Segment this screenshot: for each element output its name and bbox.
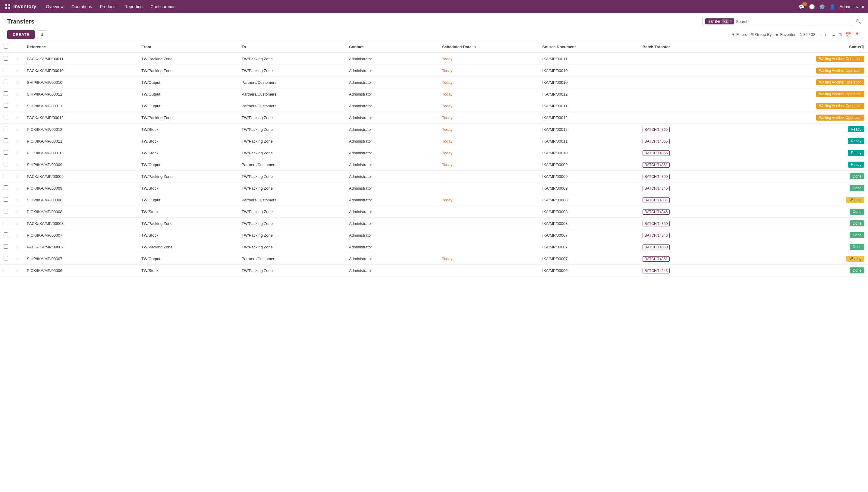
nav-reporting[interactable]: Reporting	[121, 2, 147, 11]
star-button[interactable]: ☆	[16, 221, 20, 226]
row-star-cell[interactable]: ☆	[12, 182, 23, 194]
star-button[interactable]: ☆	[16, 245, 20, 250]
batch-link[interactable]: BATCH/14361	[643, 197, 670, 203]
star-button[interactable]: ☆	[16, 103, 20, 108]
map-view-icon[interactable]: 📍	[853, 32, 861, 38]
batch-link[interactable]: BATCH/14361	[643, 162, 670, 168]
row-check-cell[interactable]	[0, 53, 12, 65]
row-check-cell[interactable]	[0, 253, 12, 265]
batch-link[interactable]: BATCH/14365	[643, 127, 670, 132]
row-batch[interactable]: BATCH/14361	[639, 194, 725, 206]
star-button[interactable]: ☆	[16, 139, 20, 144]
messages-icon[interactable]: 💬 3	[799, 4, 805, 10]
row-check-cell[interactable]	[0, 100, 12, 112]
row-star-cell[interactable]: ☆	[12, 229, 23, 241]
row-batch[interactable]	[639, 100, 725, 112]
star-button[interactable]: ☆	[16, 68, 20, 73]
col-header-contact[interactable]: Contact	[346, 41, 438, 53]
row-star-cell[interactable]: ☆	[12, 77, 23, 88]
row-checkbox[interactable]	[4, 197, 8, 202]
row-batch[interactable]	[639, 77, 725, 88]
settings-icon[interactable]: ⚙️	[819, 4, 825, 10]
row-batch[interactable]: BATCH/14361	[639, 253, 725, 265]
apps-menu-button[interactable]	[4, 2, 12, 11]
row-checkbox[interactable]	[4, 256, 8, 261]
star-button[interactable]: ☆	[16, 150, 20, 155]
row-reference[interactable]: PICK/IKA/MP/00011	[23, 136, 138, 147]
row-batch[interactable]: BATCH/14361	[639, 159, 725, 171]
row-checkbox[interactable]	[4, 268, 8, 272]
star-button[interactable]: ☆	[16, 115, 20, 120]
batch-link[interactable]: BATCH/14346	[643, 233, 670, 238]
batch-link[interactable]: BATCH/14243	[643, 268, 670, 273]
col-header-reference[interactable]: Reference	[23, 41, 138, 53]
row-check-cell[interactable]	[0, 77, 12, 88]
row-batch[interactable]: BATCH/14346	[639, 206, 725, 218]
row-star-cell[interactable]: ☆	[12, 65, 23, 77]
row-star-cell[interactable]: ☆	[12, 253, 23, 265]
user-switch-icon[interactable]: 👤	[829, 4, 836, 10]
batch-link[interactable]: BATCH/14346	[643, 209, 670, 215]
row-reference[interactable]: PACK/IKA/MP/00010	[23, 65, 138, 77]
star-button[interactable]: ☆	[16, 92, 20, 97]
row-star-cell[interactable]: ☆	[12, 218, 23, 229]
row-checkbox[interactable]	[4, 209, 8, 214]
row-batch[interactable]: BATCH/14350	[639, 218, 725, 229]
batch-link[interactable]: BATCH/14365	[643, 139, 670, 144]
clock-icon[interactable]: 🕐	[809, 4, 815, 10]
row-batch[interactable]: BATCH/14243	[639, 265, 725, 276]
col-header-date[interactable]: Scheduled Date ▼	[438, 41, 539, 53]
row-batch[interactable]: BATCH/14350	[639, 171, 725, 182]
row-batch[interactable]: BATCH/14365	[639, 124, 725, 136]
download-button[interactable]: ⬇	[37, 30, 47, 39]
nav-configuration[interactable]: Configuration	[147, 2, 179, 11]
row-star-cell[interactable]: ☆	[12, 124, 23, 136]
row-reference[interactable]: PICK/IKA/MP/00012	[23, 124, 138, 136]
list-view-icon[interactable]: ≡	[831, 32, 836, 38]
star-button[interactable]: ☆	[16, 174, 20, 179]
nav-operations[interactable]: Operations	[68, 2, 96, 11]
row-batch[interactable]: BATCH/14365	[639, 147, 725, 159]
row-star-cell[interactable]: ☆	[12, 241, 23, 253]
row-checkbox[interactable]	[4, 150, 8, 155]
col-header-batch[interactable]: Batch Transfer	[639, 41, 725, 53]
row-star-cell[interactable]: ☆	[12, 147, 23, 159]
star-button[interactable]: ☆	[16, 197, 20, 203]
row-reference[interactable]: PICK/IKA/MP/00010	[23, 147, 138, 159]
row-checkbox[interactable]	[4, 244, 8, 249]
row-checkbox[interactable]	[4, 91, 8, 96]
create-button[interactable]: CREATE	[7, 30, 35, 39]
row-batch[interactable]	[639, 65, 725, 77]
row-checkbox[interactable]	[4, 115, 8, 119]
row-check-cell[interactable]	[0, 112, 12, 124]
row-star-cell[interactable]: ☆	[12, 171, 23, 182]
row-check-cell[interactable]	[0, 65, 12, 77]
search-icon[interactable]: 🔍	[856, 19, 861, 24]
row-check-cell[interactable]	[0, 194, 12, 206]
batch-link[interactable]: BATCH/14350	[643, 221, 670, 226]
col-header-from[interactable]: From	[138, 41, 238, 53]
row-check-cell[interactable]	[0, 241, 12, 253]
row-star-cell[interactable]: ☆	[12, 53, 23, 65]
row-checkbox[interactable]	[4, 162, 8, 166]
row-check-cell[interactable]	[0, 136, 12, 147]
row-reference[interactable]: SHIP/IKA/MP/00010	[23, 77, 138, 88]
row-checkbox[interactable]	[4, 56, 8, 60]
star-button[interactable]: ☆	[16, 209, 20, 214]
user-name[interactable]: Administrator	[840, 4, 864, 9]
row-checkbox[interactable]	[4, 139, 8, 143]
row-star-cell[interactable]: ☆	[12, 112, 23, 124]
col-header-check[interactable]	[0, 41, 12, 53]
row-check-cell[interactable]	[0, 229, 12, 241]
row-reference[interactable]: PACK/IKA/MP/00008	[23, 218, 138, 229]
row-checkbox[interactable]	[4, 186, 8, 190]
row-checkbox[interactable]	[4, 174, 8, 178]
batch-link[interactable]: BATCH/14350	[643, 174, 670, 179]
row-reference[interactable]: PACK/IKA/MP/00009	[23, 171, 138, 182]
pager-next[interactable]: ›	[824, 31, 827, 38]
row-reference[interactable]: SHIP/IKA/MP/00012	[23, 88, 138, 100]
row-batch[interactable]	[639, 53, 725, 65]
row-reference[interactable]: SHIP/IKA/MP/00007	[23, 253, 138, 265]
row-star-cell[interactable]: ☆	[12, 88, 23, 100]
row-reference[interactable]: SHIP/IKA/MP/00009	[23, 159, 138, 171]
